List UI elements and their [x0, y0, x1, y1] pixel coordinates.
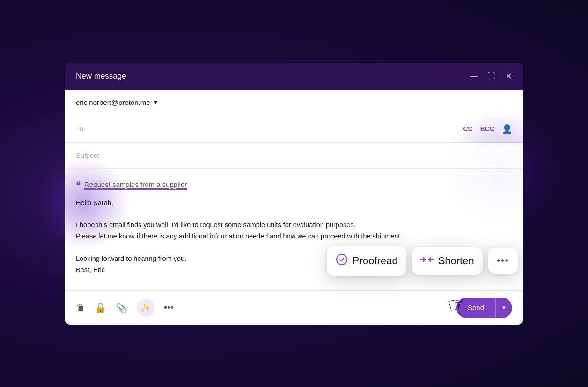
- minimize-button[interactable]: —: [470, 71, 478, 81]
- compose-area: eric.norbert@proton.me ▼ To CC BCC 👤 Sub…: [65, 90, 523, 325]
- bcc-button[interactable]: BCC: [480, 125, 494, 133]
- ai-subject-text: Request samples from a supplier: [84, 180, 187, 190]
- close-button[interactable]: ✕: [505, 71, 512, 82]
- to-field[interactable]: To CC BCC 👤: [65, 115, 523, 143]
- add-contact-icon[interactable]: 👤: [502, 124, 512, 134]
- ai-quote-icon: ❝: [76, 180, 81, 190]
- to-label: To: [76, 125, 83, 133]
- window-title: New message: [76, 72, 126, 81]
- proofread-button[interactable]: Proofread: [327, 246, 407, 276]
- subject-blur: [248, 143, 523, 168]
- from-field[interactable]: eric.norbert@proton.me ▼: [65, 90, 523, 115]
- from-email: eric.norbert@proton.me: [76, 98, 150, 106]
- ai-magic-icon[interactable]: ✨: [137, 299, 154, 317]
- send-button[interactable]: Send: [456, 298, 495, 317]
- attach-icon[interactable]: 📎: [116, 302, 127, 313]
- paragraph1: I hope this email finds you well. I'd li…: [76, 220, 512, 231]
- from-chevron-icon[interactable]: ▼: [153, 99, 159, 105]
- more-options-icon[interactable]: •••: [164, 302, 174, 313]
- more-ai-icon: •••: [497, 255, 509, 266]
- proofread-icon: [336, 253, 348, 268]
- ai-popup: Proofread Shorten •••: [327, 246, 518, 276]
- subject-placeholder: Subject: [76, 151, 99, 159]
- shorten-label: Shorten: [438, 255, 474, 267]
- svg-point-0: [337, 254, 347, 265]
- paragraph2: Please let me know if there is any addit…: [76, 231, 512, 242]
- shorten-button[interactable]: Shorten: [412, 247, 483, 275]
- ai-subject-line: ❝ Request samples from a supplier: [76, 180, 512, 190]
- magic-wand-icon: ✨: [140, 303, 151, 313]
- title-bar: New message — ⛶ ✕: [65, 63, 523, 90]
- to-field-actions: CC BCC 👤: [463, 124, 512, 134]
- window-controls: — ⛶ ✕: [470, 71, 512, 82]
- send-dropdown-icon[interactable]: ▾: [496, 298, 512, 317]
- proofread-label: Proofread: [353, 255, 398, 267]
- subject-field[interactable]: Subject: [65, 143, 523, 169]
- compose-window: New message — ⛶ ✕ eric.norbert@proton.me…: [65, 63, 523, 325]
- greeting: Hello Sarah,: [76, 198, 512, 209]
- toolbar-left: 🗑 🔓 📎 ✨ •••: [76, 299, 174, 317]
- shorten-icon: [420, 255, 434, 267]
- more-ai-options-button[interactable]: •••: [488, 247, 518, 274]
- send-button-group[interactable]: Send ▾: [456, 298, 512, 318]
- toolbar: 🗑 🔓 📎 ✨ ••• Send ▾: [65, 290, 523, 325]
- cc-button[interactable]: CC: [463, 125, 472, 133]
- delete-icon[interactable]: 🗑: [76, 302, 85, 313]
- lock-icon[interactable]: 🔓: [95, 302, 106, 313]
- expand-button[interactable]: ⛶: [487, 71, 496, 81]
- from-address: eric.norbert@proton.me ▼: [76, 98, 159, 106]
